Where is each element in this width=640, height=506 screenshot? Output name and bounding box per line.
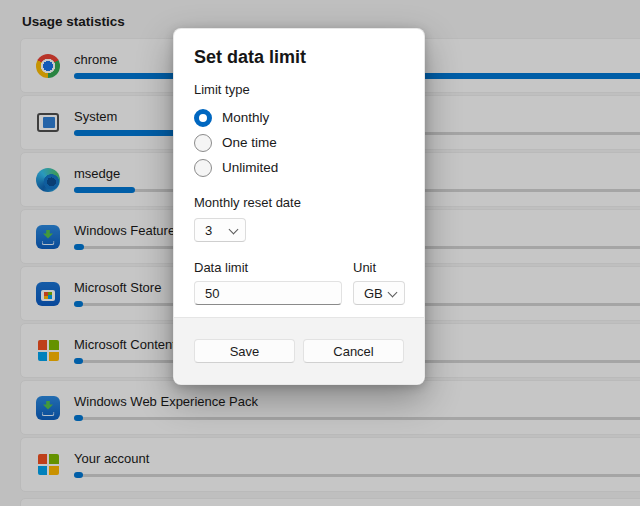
radio-button-icon[interactable] <box>194 159 212 177</box>
data-limit-input[interactable] <box>194 281 342 305</box>
limit-type-radio[interactable]: One time <box>194 130 404 155</box>
radio-button-icon[interactable] <box>194 134 212 152</box>
unit-select[interactable]: GB <box>353 281 405 305</box>
radio-label: Monthly <box>222 110 269 125</box>
chevron-down-icon <box>388 288 398 298</box>
cancel-button[interactable]: Cancel <box>303 339 404 363</box>
unit-value: GB <box>364 286 383 301</box>
limit-type-radio[interactable]: Monthly <box>194 105 404 130</box>
dialog-footer: Save Cancel <box>174 317 424 384</box>
monthly-reset-date-value: 3 <box>205 223 212 238</box>
radio-label: One time <box>222 135 277 150</box>
radio-label: Unlimited <box>222 160 278 175</box>
radio-button-icon[interactable] <box>194 109 212 127</box>
limit-type-label: Limit type <box>194 82 404 97</box>
chevron-down-icon <box>229 225 239 235</box>
unit-label: Unit <box>353 260 405 275</box>
dialog-title: Set data limit <box>194 47 404 68</box>
limit-type-radio[interactable]: Unlimited <box>194 155 404 180</box>
monthly-reset-date-select[interactable]: 3 <box>194 218 246 242</box>
set-data-limit-dialog: Set data limit Limit type Monthly One ti… <box>173 28 425 385</box>
save-button[interactable]: Save <box>194 339 295 363</box>
data-limit-label: Data limit <box>194 260 342 275</box>
limit-type-group: Monthly One time Unlimited <box>194 105 404 180</box>
monthly-reset-date-label: Monthly reset date <box>194 195 404 210</box>
